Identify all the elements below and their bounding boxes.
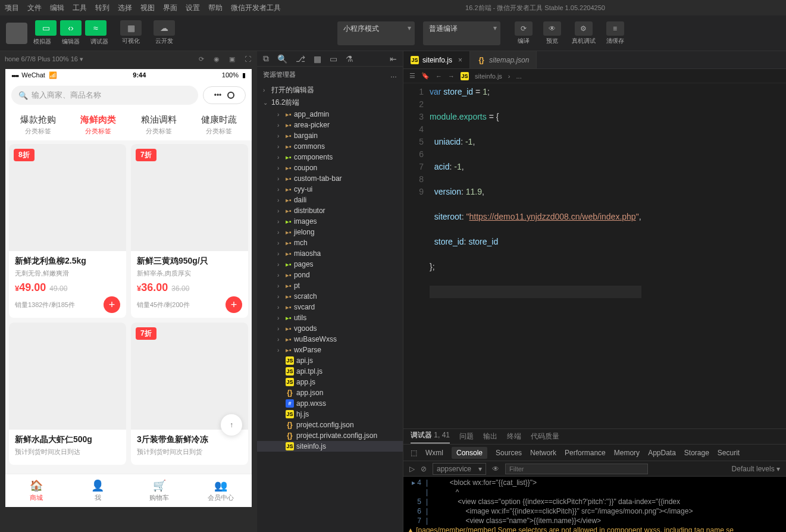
extensions-icon[interactable]: ▦ [314, 54, 321, 64]
eye-icon[interactable]: 👁 [492, 465, 499, 473]
editor-tab-0[interactable]: JSsiteinfo.js× [403, 51, 470, 68]
tree-item-pt[interactable]: ›▸▪pt [257, 280, 403, 291]
cloud-button[interactable]: ☁ [154, 20, 175, 36]
tree-item-components[interactable]: ›▸▪components [257, 152, 403, 162]
tree-item-project.config.json[interactable]: {}project.config.json [257, 420, 403, 430]
tree-item-app.js[interactable]: JSapp.js [257, 377, 403, 387]
inspect-icon[interactable]: ⬚ [411, 449, 417, 457]
devtool-subtab-Sources[interactable]: Sources [496, 449, 522, 457]
screenshot-icon[interactable]: ▣ [227, 54, 237, 64]
simulator-button[interactable]: ▭ [35, 20, 57, 36]
tree-item-miaosha[interactable]: ›▸▪miaosha [257, 248, 403, 259]
tree-item-wxParse[interactable]: ›▸▪wxParse [257, 345, 403, 355]
mini-program-capsule[interactable]: ••• [203, 86, 246, 104]
tree-item-app_admin[interactable]: ›▸▪app_admin [257, 109, 403, 120]
compile-select[interactable]: 普通编译 [423, 21, 500, 45]
breadcrumb-file[interactable]: siteinfo.js [475, 73, 502, 80]
devtool-tab-调试器[interactable]: 调试器 1, 41 [411, 430, 450, 443]
tree-item-daili[interactable]: ›▸▪daili [257, 195, 403, 205]
list-icon[interactable]: ☰ [409, 72, 415, 80]
tree-item-jielong[interactable]: ›▸▪jielong [257, 227, 403, 237]
tree-item-siteinfo.js[interactable]: JSsiteinfo.js [257, 441, 403, 452]
category-tab-1[interactable]: 海鲜肉类分类标签 [68, 114, 129, 136]
breadcrumb-more[interactable]: ... [516, 73, 522, 80]
menu-项目[interactable]: 项目 [5, 3, 19, 13]
tree-item-utils[interactable]: ›▸▪utils [257, 312, 403, 323]
clear-cache-button[interactable]: ≡ [606, 21, 624, 36]
refresh-icon[interactable]: ⟳ [196, 54, 206, 64]
files-icon[interactable]: ⧉ [263, 54, 269, 64]
devtool-subtab-AppData[interactable]: AppData [648, 449, 676, 457]
tree-item-scratch[interactable]: ›▸▪scratch [257, 291, 403, 302]
tree-item-pond[interactable]: ›▸▪pond [257, 270, 403, 280]
tree-item-app.wxss[interactable]: #app.wxss [257, 398, 403, 409]
debugger-button[interactable]: ≈ [85, 20, 107, 36]
tree-item-vgoods[interactable]: ›▸▪vgoods [257, 323, 403, 334]
console-clear-icon[interactable]: ▷ [409, 465, 415, 473]
devtool-subtab-Network[interactable]: Network [530, 449, 556, 457]
device-label[interactable]: hone 6/7/8 Plus 100% 16 ▾ [5, 55, 83, 63]
search-icon[interactable]: 🔍 [277, 54, 287, 64]
devtool-subtab-Console[interactable]: Console [452, 447, 487, 459]
tree-item-svcard[interactable]: ›▸▪svcard [257, 302, 403, 312]
editor-button[interactable]: ‹› [60, 20, 82, 36]
nav-item-1[interactable]: 👤 我 [67, 474, 129, 507]
devtool-tab-终端[interactable]: 终端 [507, 431, 521, 442]
tree-item-wuBaseWxss[interactable]: ›▸▪wuBaseWxss [257, 334, 403, 345]
tree-item-api.tpl.js[interactable]: JSapi.tpl.js [257, 366, 403, 377]
devtool-tab-代码质量[interactable]: 代码质量 [531, 431, 559, 442]
mode-select[interactable]: 小程序模式 [337, 21, 415, 45]
console-stop-icon[interactable]: ⊘ [421, 465, 427, 473]
search-input[interactable]: 🔍 输入商家、商品名称 [11, 86, 198, 105]
settings-icon[interactable]: ⚗ [346, 54, 353, 64]
tree-item-custom-tab-bar[interactable]: ›▸▪custom-tab-bar [257, 173, 403, 184]
menu-文件[interactable]: 文件 [27, 3, 42, 13]
devtool-tab-输出[interactable]: 输出 [483, 431, 497, 442]
goods-card-1[interactable]: 7折 新鲜三黄鸡950g/只 新鲜宰杀,肉质厚实 ¥36.0036.00 销量4… [131, 144, 248, 318]
back-to-top-button[interactable]: ↑ [221, 414, 242, 436]
section-open-editors[interactable]: ›打开的编辑器 [257, 84, 403, 96]
section-project[interactable]: ⌄16.2前端 [257, 96, 403, 109]
menu-帮助[interactable]: 帮助 [208, 3, 223, 13]
tree-item-commons[interactable]: ›▸▪commons [257, 141, 403, 152]
goods-card-0[interactable]: 8折 新鲜龙利鱼柳2.5kg 无刺无骨,鲜嫩爽滑 ¥49.0049.00 销量1… [9, 144, 126, 318]
menu-选择[interactable]: 选择 [118, 3, 132, 13]
bookmark-icon[interactable]: 🔖 [421, 72, 430, 80]
tree-item-bargain[interactable]: ›▸▪bargain [257, 130, 403, 141]
goods-card-3[interactable]: 7折 3斤装带鱼新鲜冷冻 预计到货时间次日到货 [131, 323, 248, 465]
add-to-cart-button[interactable]: + [226, 296, 242, 313]
realdev-button[interactable]: ⚙ [575, 21, 593, 36]
close-tab-icon[interactable]: × [458, 56, 462, 64]
tree-item-hj.js[interactable]: JShj.js [257, 409, 403, 420]
visual-button[interactable]: ▦ [120, 20, 142, 36]
tree-item-images[interactable]: ›▸▪images [257, 216, 403, 227]
tree-item-project.private.config.json[interactable]: {}project.private.config.json [257, 430, 403, 441]
collapse-icon[interactable]: ⇤ [390, 54, 397, 64]
forward-icon[interactable]: → [448, 73, 455, 80]
devtool-subtab-Wxml[interactable]: Wxml [425, 449, 443, 457]
devtool-tab-问题[interactable]: 问题 [459, 431, 474, 442]
tree-item-api.js[interactable]: JSapi.js [257, 355, 403, 366]
nav-item-3[interactable]: 👥 会员中心 [190, 474, 252, 507]
menu-视图[interactable]: 视图 [140, 3, 155, 13]
goods-card-2[interactable]: 新鲜水晶大虾仁500g 预计到货时间次日到达 [9, 323, 126, 465]
menu-工具[interactable]: 工具 [73, 3, 87, 13]
filter-input[interactable] [505, 464, 648, 474]
tree-item-app.json[interactable]: {}app.json [257, 387, 403, 398]
category-tab-2[interactable]: 粮油调料分类标签 [129, 114, 189, 136]
panel-icon[interactable]: ▭ [330, 54, 337, 64]
project-icon[interactable] [6, 23, 27, 44]
tree-item-coupon[interactable]: ›▸▪coupon [257, 162, 403, 173]
category-tab-0[interactable]: 爆款抢购分类标签 [8, 114, 68, 136]
code-editor[interactable]: 123456789 var store_id = 1; module.expor… [403, 83, 786, 428]
tree-item-pages[interactable]: ›▸▪pages [257, 259, 403, 270]
devtool-subtab-Performance[interactable]: Performance [565, 449, 606, 457]
editor-tab-1[interactable]: {}sitemap.json [470, 51, 537, 68]
tree-item-mch[interactable]: ›▸▪mch [257, 237, 403, 248]
devtool-subtab-Memory[interactable]: Memory [614, 449, 640, 457]
tree-item-cyy-ui[interactable]: ›▸▪cyy-ui [257, 184, 403, 195]
menu-界面[interactable]: 界面 [163, 3, 177, 13]
tree-item-area-picker[interactable]: ›▸▪area-picker [257, 120, 403, 130]
menu-微信开发者工具[interactable]: 微信开发者工具 [231, 3, 281, 13]
menu-转到[interactable]: 转到 [95, 3, 109, 13]
